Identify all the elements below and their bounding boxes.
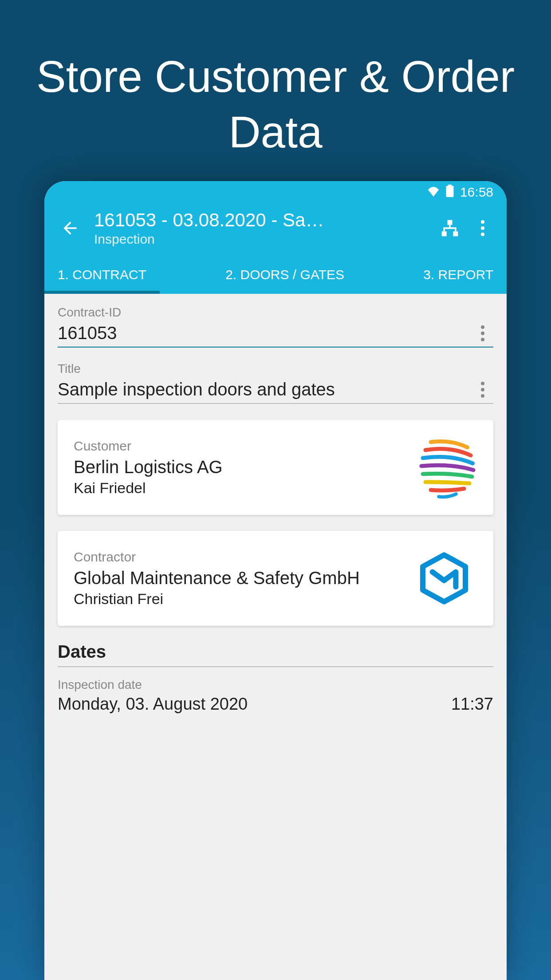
svg-rect-4: [453, 231, 458, 236]
svg-rect-2: [448, 220, 453, 225]
title-input[interactable]: Sample inspection doors and gates: [58, 379, 472, 399]
app-bar: 161053 - 03.08.2020 - Sa… Inspection: [44, 203, 507, 257]
inspection-date-time[interactable]: 11:37: [451, 695, 493, 714]
arrow-left-icon: [60, 218, 80, 238]
customer-logo: [411, 434, 477, 501]
svg-rect-3: [442, 231, 447, 236]
app-bar-subtitle: Inspection: [94, 232, 428, 247]
contractor-contact: Christian Frei: [74, 590, 400, 608]
customer-label: Customer: [74, 439, 400, 454]
customer-card[interactable]: Customer Berlin Logistics AG Kai Friedel: [58, 420, 493, 515]
title-field: Title Sample inspection doors and gates: [58, 362, 493, 404]
contractor-card[interactable]: Contractor Global Maintenance & Safety G…: [58, 531, 493, 626]
contract-id-label: Contract-ID: [58, 305, 493, 320]
more-vert-icon: [481, 325, 484, 341]
tab-contract[interactable]: 1. CONTRACT: [44, 257, 160, 294]
svg-rect-1: [446, 186, 454, 197]
contract-id-field: Contract-ID 161053: [58, 305, 493, 348]
overflow-menu-button[interactable]: [472, 217, 493, 239]
svg-rect-0: [448, 185, 452, 186]
more-vert-icon: [481, 382, 484, 398]
customer-contact: Kai Friedel: [74, 479, 400, 497]
inspection-date-value[interactable]: Monday, 03. August 2020: [58, 695, 248, 714]
contract-id-input[interactable]: 161053: [58, 323, 472, 343]
contractor-logo: [411, 545, 477, 612]
promo-title: Store Customer & Order Data: [0, 0, 551, 186]
inspection-date-field: Inspection date Monday, 03. August 2020 …: [58, 678, 493, 714]
battery-icon: [446, 185, 454, 200]
title-menu-button[interactable]: [472, 382, 493, 398]
hierarchy-button[interactable]: [439, 217, 460, 239]
status-bar: 16:58: [44, 181, 507, 203]
title-label: Title: [58, 362, 493, 376]
contractor-label: Contractor: [74, 549, 400, 565]
phone-frame: 16:58 161053 - 03.08.2020 - Sa… Inspecti…: [44, 181, 507, 980]
tabs: 1. CONTRACT 2. DOORS / GATES 3. REPORT: [44, 257, 507, 294]
globe-stripes-icon: [411, 434, 477, 501]
app-bar-title: 161053 - 03.08.2020 - Sa…: [94, 209, 428, 231]
tab-report[interactable]: 3. REPORT: [410, 257, 507, 294]
back-button[interactable]: [58, 216, 83, 241]
wifi-icon: [427, 185, 440, 200]
contract-id-menu-button[interactable]: [472, 325, 493, 341]
hierarchy-icon: [440, 218, 460, 238]
customer-name: Berlin Logistics AG: [74, 456, 400, 478]
contractor-name: Global Maintenance & Safety GmbH: [74, 567, 400, 589]
app-bar-titles: 161053 - 03.08.2020 - Sa… Inspection: [94, 209, 428, 247]
inspection-date-label: Inspection date: [58, 678, 493, 692]
more-vert-icon: [481, 220, 484, 236]
status-time: 16:58: [460, 185, 493, 200]
dates-heading: Dates: [58, 642, 493, 667]
hexagon-m-icon: [417, 552, 471, 605]
content-area: Contract-ID 161053 Title Sample inspecti…: [44, 294, 507, 714]
tab-doors-gates[interactable]: 2. DOORS / GATES: [160, 257, 410, 294]
